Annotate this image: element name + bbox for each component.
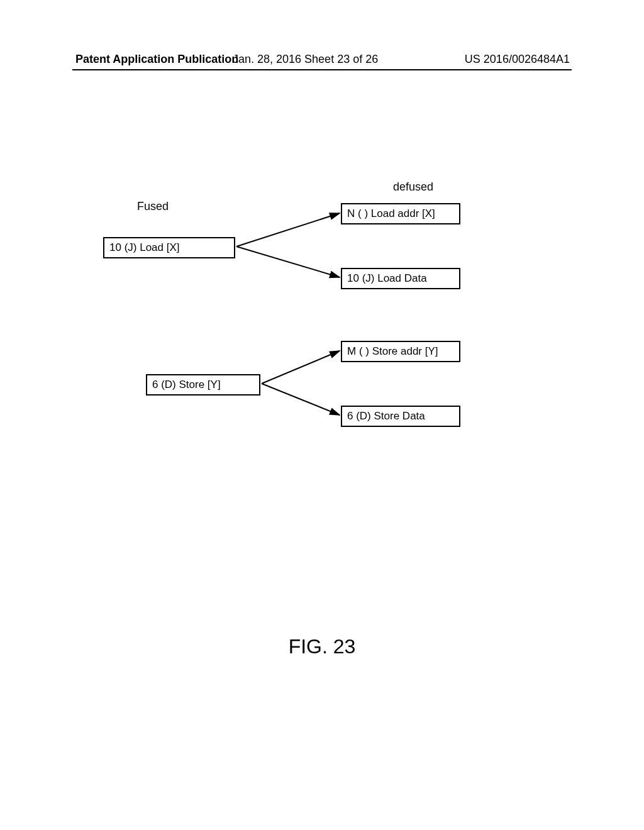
box-load-data: 10 (J) Load Data [341, 268, 460, 289]
arrow-store-addr [262, 351, 340, 384]
box-store-addr: M ( ) Store addr [Y] [341, 341, 460, 362]
arrow-load-data [236, 246, 340, 277]
arrows-svg [0, 0, 644, 830]
arrow-store-data [262, 384, 340, 415]
page: Patent Application Publication Jan. 28, … [0, 0, 644, 830]
box-load-addr: N ( ) Load addr [X] [341, 203, 460, 224]
box-fused-load: 10 (J) Load [X] [103, 237, 235, 258]
header-date-sheet: Jan. 28, 2016 Sheet 23 of 26 [233, 53, 378, 66]
figure-caption: FIG. 23 [0, 635, 644, 658]
label-defused: defused [393, 180, 433, 194]
label-fused: Fused [137, 200, 169, 213]
header-publication: Patent Application Publication [75, 53, 238, 66]
page-header: Patent Application Publication Jan. 28, … [0, 53, 644, 69]
header-pubnumber: US 2016/0026484A1 [465, 53, 570, 66]
arrow-load-addr [236, 213, 340, 246]
box-store-data: 6 (D) Store Data [341, 406, 460, 427]
header-rule [72, 69, 572, 70]
box-fused-store: 6 (D) Store [Y] [146, 374, 260, 396]
